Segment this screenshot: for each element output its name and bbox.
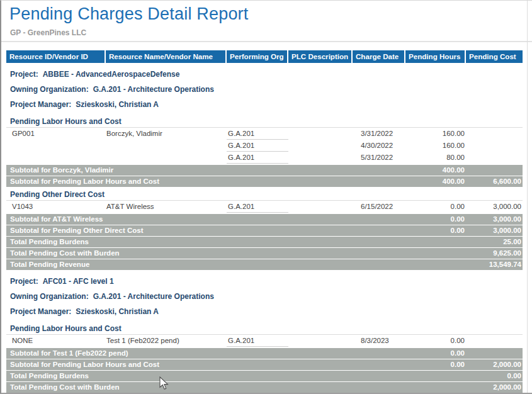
project-line-label: Project: xyxy=(10,277,38,286)
subtotal-bar-cost xyxy=(466,348,523,359)
cell-id: V1043 xyxy=(6,201,106,213)
cell-hours: 160.00 xyxy=(405,128,466,140)
column-header-7: Pending Cost xyxy=(466,50,523,63)
cost-group-heading: Pending Labor Hours and Cost xyxy=(6,115,523,127)
total-bar-cost: 25.00 xyxy=(466,237,523,247)
project-line-value: ABBEE - AdvancedAerospaceDefense xyxy=(43,70,180,79)
cell-name xyxy=(106,140,227,152)
subtotal-bar-hours: 0.00 xyxy=(405,348,466,359)
total-bar-hours xyxy=(405,382,466,393)
subtotal-bar-label: Subtotal for Pending Labor Hours and Cos… xyxy=(6,359,405,370)
column-header-2: Resource Name/Vendor Name xyxy=(106,50,227,63)
cell-org: G.A.201 xyxy=(227,140,288,152)
column-header-6: Pending Hours xyxy=(405,50,466,63)
project-info: Project:AFC01 - AFC level 1Owning Organi… xyxy=(10,277,523,316)
total-bar-label: Total Pending Revenue xyxy=(6,259,405,270)
project-section: Project:ABBEE - AdvancedAerospaceDefense… xyxy=(6,70,523,270)
subtotal-bar-cost: 3,000.00 xyxy=(466,225,523,236)
project-line-label: Project: xyxy=(10,70,38,79)
subtotal-bar-label: Subtotal for Borczyk, Vladimir xyxy=(6,165,405,176)
total-bar-cost: 9,625.00 xyxy=(466,248,523,259)
table-row: G.A.2015/31/202280.00 xyxy=(6,152,523,164)
total-bar-hours xyxy=(405,371,466,381)
company-subtitle: GP - GreenPines LLC xyxy=(10,28,532,37)
cost-group-heading: Pending Labor Hours and Cost xyxy=(6,322,523,334)
total-bar: Total Pending Revenue13,549.74 xyxy=(6,259,523,270)
cell-hours: 80.00 xyxy=(405,152,466,164)
cell-date: 5/31/2022 xyxy=(353,152,405,164)
subtotal-bar-hours: 400.00 xyxy=(405,176,466,187)
page-right-border xyxy=(527,1,528,393)
cell-hours: 160.00 xyxy=(405,140,466,152)
table-row: V1043AT&T WirelessG.A.2016/15/20220.003,… xyxy=(6,201,523,213)
detail-rows: V1043AT&T WirelessG.A.2016/15/20220.003,… xyxy=(6,200,523,213)
cell-hours: 0.00 xyxy=(405,201,466,213)
project-manager-line: Project Manager:Szieskoski, Christian A xyxy=(10,307,523,316)
report-page: { "report": { "title": "Pending Charges … xyxy=(0,0,532,394)
total-bar-label: Total Pending Cost with Burden xyxy=(6,248,405,259)
column-header-3: Performing Org xyxy=(227,50,288,63)
total-bars: Total Pending Burdens0.00Total Pending C… xyxy=(6,371,523,394)
subtotal-bar-label: Subtotal for Pending Labor Hours and Cos… xyxy=(6,176,405,187)
report-body: Project:ABBEE - AdvancedAerospaceDefense… xyxy=(6,70,523,394)
cell-org: G.A.201 xyxy=(227,201,288,213)
owning-org-line-label: Owning Organization: xyxy=(10,85,89,94)
project-manager-line: Project Manager:Szieskoski, Christian A xyxy=(10,100,523,109)
cell-plc xyxy=(288,128,353,140)
project-line: Project:ABBEE - AdvancedAerospaceDefense xyxy=(10,70,523,79)
total-bar-label: Total Pending Burdens xyxy=(6,237,405,247)
owning-org-line-label: Owning Organization: xyxy=(10,292,89,301)
table-row: NONETest 1 (Feb2022 pend)G.A.2018/3/2023… xyxy=(6,335,523,347)
project-section: Project:AFC01 - AFC level 1Owning Organi… xyxy=(6,277,523,394)
cell-plc xyxy=(288,335,353,347)
cell-id xyxy=(6,152,106,164)
subtotal-bar: Subtotal for Test 1 (Feb2022 pend)0.00 xyxy=(6,348,523,359)
cell-plc xyxy=(288,201,353,213)
cell-date: 3/31/2022 xyxy=(353,128,405,140)
subtotal-bar-cost: 3,000.00 xyxy=(466,214,523,225)
total-bar-cost: 0.00 xyxy=(466,371,523,381)
cell-name: Test 1 (Feb2022 pend) xyxy=(106,335,227,347)
subtotal-bar-label: Subtotal for AT&T Wireless xyxy=(6,214,405,225)
cell-date: 6/15/2022 xyxy=(353,201,405,213)
cell-id: GP001 xyxy=(6,128,106,140)
cell-cost: 3,000.00 xyxy=(466,201,523,213)
project-line: Project:AFC01 - AFC level 1 xyxy=(10,277,523,286)
cell-plc xyxy=(288,152,353,164)
page-title: Pending Charges Detail Report xyxy=(9,4,532,24)
subtotal-bar-label: Subtotal for Pending Other Direct Cost xyxy=(6,225,405,236)
detail-rows: GP001Borczyk, VladimirG.A.2013/31/202216… xyxy=(6,127,523,164)
subtotal-bar-hours: 400.00 xyxy=(405,165,466,176)
subtotal-bar-cost: 6,600.00 xyxy=(466,176,523,187)
cell-date: 8/3/2023 xyxy=(353,335,405,347)
report-grid: Resource ID/Vendor IDResource Name/Vendo… xyxy=(6,50,523,394)
project-info: Project:ABBEE - AdvancedAerospaceDefense… xyxy=(10,70,523,109)
total-bar: Total Pending Cost with Burden2,000.00 xyxy=(6,382,523,393)
subtotal-bar: Subtotal for AT&T Wireless0.003,000.00 xyxy=(6,214,523,225)
cell-org: G.A.201 xyxy=(227,335,288,347)
project-manager-line-value: Szieskoski, Christian A xyxy=(76,307,159,316)
cell-cost xyxy=(466,128,523,140)
owning-org-line: Owning Organization:G.A.201 - Architectu… xyxy=(10,292,523,301)
subtotal-bar-cost: 2,000.00 xyxy=(466,359,523,370)
total-bar-label: Total Pending Cost with Burden xyxy=(6,382,405,393)
cell-name: Borczyk, Vladimir xyxy=(106,128,227,140)
project-manager-line-label: Project Manager: xyxy=(10,100,71,109)
owning-org-line-value: G.A.201 - Architecture Operations xyxy=(93,85,214,94)
total-bar-cost: 2,000.00 xyxy=(466,382,523,393)
cell-cost xyxy=(466,152,523,164)
total-bars: Total Pending Burdens25.00Total Pending … xyxy=(6,237,523,270)
table-row: GP001Borczyk, VladimirG.A.2013/31/202216… xyxy=(6,128,523,140)
detail-rows: NONETest 1 (Feb2022 pend)G.A.2018/3/2023… xyxy=(6,334,523,347)
total-bar-hours xyxy=(405,259,466,270)
cell-name xyxy=(106,152,227,164)
subtotal-bar: Subtotal for Pending Labor Hours and Cos… xyxy=(6,359,523,370)
cell-date: 4/30/2022 xyxy=(353,140,405,152)
total-bar-hours xyxy=(405,248,466,259)
column-header-row: Resource ID/Vendor IDResource Name/Vendo… xyxy=(6,50,523,63)
subtotal-bars: Subtotal for AT&T Wireless0.003,000.00Su… xyxy=(6,214,523,236)
cell-name: AT&T Wireless xyxy=(106,201,227,213)
cost-group-heading: Pending Other Direct Cost xyxy=(6,188,523,200)
project-manager-line-value: Szieskoski, Christian A xyxy=(76,100,159,109)
cell-cost xyxy=(466,140,523,152)
